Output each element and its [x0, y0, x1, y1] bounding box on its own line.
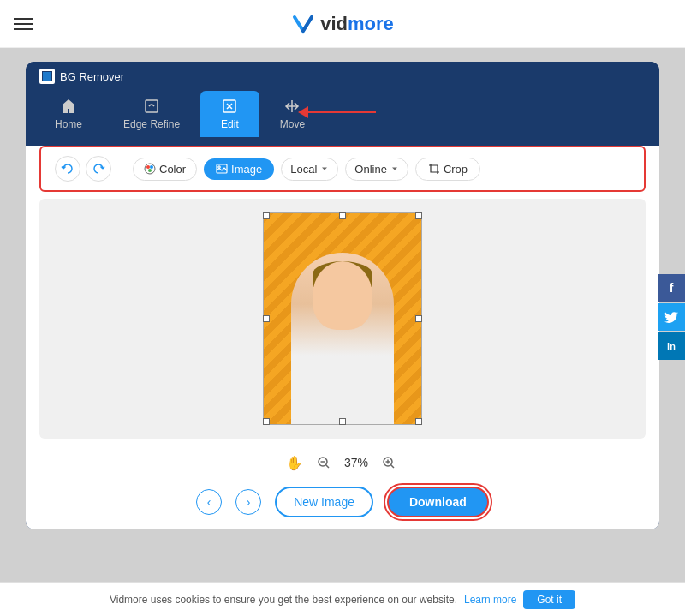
hand-tool-icon[interactable]: ✋: [286, 455, 303, 471]
logo-text: vidmore: [320, 13, 394, 35]
cookie-learn-more-link[interactable]: Learn more: [464, 594, 516, 606]
window-header: BG Remover: [26, 62, 659, 91]
crop-button[interactable]: Crop: [415, 158, 480, 181]
app-title: BG Remover: [39, 69, 124, 84]
tab-home[interactable]: Home: [34, 91, 103, 137]
svg-rect-2: [146, 100, 158, 112]
canvas-area: [39, 199, 646, 439]
photo-person: [291, 253, 394, 424]
edit-panel: Color Image Local: [26, 146, 659, 529]
undo-button[interactable]: [55, 156, 80, 182]
image-button[interactable]: Image: [204, 158, 274, 180]
crop-handle-mr[interactable]: [415, 315, 422, 322]
next-button[interactable]: ›: [235, 489, 261, 515]
tab-edge-refine[interactable]: Edge Refine: [103, 91, 200, 137]
logo-icon: [291, 14, 315, 34]
photo-background: [264, 213, 421, 424]
local-button[interactable]: Local: [281, 158, 338, 181]
download-button[interactable]: Download: [387, 487, 489, 517]
crop-handle-tm[interactable]: [339, 212, 346, 219]
undo-redo-group: [55, 156, 111, 182]
bg-icon: [39, 69, 55, 84]
color-button[interactable]: Color: [133, 158, 197, 181]
online-button[interactable]: Online: [345, 158, 408, 181]
linkedin-share-button[interactable]: in: [658, 332, 685, 360]
zoom-out-button[interactable]: [313, 452, 334, 473]
crop-handle-bl[interactable]: [263, 418, 270, 425]
cookie-text: Vidmore uses cookies to ensure you get t…: [110, 594, 457, 606]
cookie-accept-button[interactable]: Got it: [523, 590, 575, 609]
logo: vidmore: [291, 13, 394, 35]
crop-handle-br[interactable]: [415, 418, 422, 425]
cookie-bar: Vidmore uses cookies to ensure you get t…: [0, 582, 685, 616]
svg-point-7: [146, 165, 150, 169]
prev-button[interactable]: ‹: [196, 489, 222, 515]
svg-point-8: [150, 165, 153, 169]
redo-button[interactable]: [86, 156, 111, 182]
svg-line-16: [391, 465, 395, 469]
hamburger-menu[interactable]: [14, 18, 33, 30]
svg-point-9: [148, 169, 152, 172]
zoom-controls: ✋ 37%: [26, 446, 659, 480]
crop-handle-bm[interactable]: [339, 418, 346, 425]
crop-handle-tl[interactable]: [263, 212, 270, 219]
crop-handle-ml[interactable]: [263, 315, 270, 322]
photo-head: [313, 261, 372, 330]
edit-toolbar: Color Image Local: [39, 146, 646, 192]
crop-handle-tr[interactable]: [415, 212, 422, 219]
facebook-share-button[interactable]: f: [658, 274, 685, 302]
tab-edit[interactable]: Edit: [200, 91, 259, 137]
image-container: [263, 212, 422, 425]
zoom-in-button[interactable]: [378, 452, 399, 473]
app-window: BG Remover Home Edge Refine: [26, 62, 659, 529]
main-content: BG Remover Home Edge Refine: [0, 48, 685, 582]
social-sidebar: f in: [658, 274, 685, 360]
bottom-bar: ‹ › New Image Download: [26, 480, 659, 529]
new-image-button[interactable]: New Image: [275, 487, 373, 517]
top-navigation: vidmore: [0, 0, 685, 48]
toolbar-divider-1: [122, 160, 122, 177]
zoom-value: 37%: [344, 456, 368, 469]
svg-line-13: [325, 465, 329, 469]
svg-rect-1: [43, 72, 51, 81]
arrow-indicator: [298, 106, 376, 118]
tab-bar: Home Edge Refine Edit: [26, 91, 659, 137]
twitter-share-button[interactable]: [658, 303, 685, 331]
